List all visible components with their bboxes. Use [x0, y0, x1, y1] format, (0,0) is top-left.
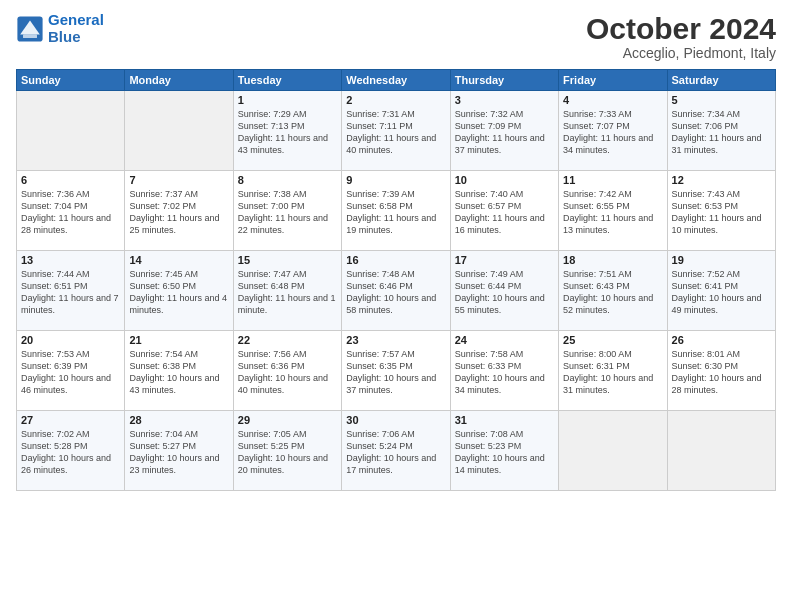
table-cell: 7Sunrise: 7:37 AMSunset: 7:02 PMDaylight…: [125, 171, 233, 251]
calendar-subtitle: Acceglio, Piedmont, Italy: [586, 45, 776, 61]
table-cell: 29Sunrise: 7:05 AMSunset: 5:25 PMDayligh…: [233, 411, 341, 491]
day-number: 28: [129, 414, 228, 426]
day-info: Sunrise: 7:57 AMSunset: 6:35 PMDaylight:…: [346, 348, 445, 397]
week-row-5: 27Sunrise: 7:02 AMSunset: 5:28 PMDayligh…: [17, 411, 776, 491]
table-cell: [667, 411, 775, 491]
day-number: 31: [455, 414, 554, 426]
week-row-2: 6Sunrise: 7:36 AMSunset: 7:04 PMDaylight…: [17, 171, 776, 251]
col-sun: Sunday: [17, 70, 125, 91]
day-number: 6: [21, 174, 120, 186]
day-info: Sunrise: 7:42 AMSunset: 6:55 PMDaylight:…: [563, 188, 662, 237]
day-info: Sunrise: 7:48 AMSunset: 6:46 PMDaylight:…: [346, 268, 445, 317]
day-info: Sunrise: 7:40 AMSunset: 6:57 PMDaylight:…: [455, 188, 554, 237]
day-number: 21: [129, 334, 228, 346]
day-info: Sunrise: 7:36 AMSunset: 7:04 PMDaylight:…: [21, 188, 120, 237]
week-row-4: 20Sunrise: 7:53 AMSunset: 6:39 PMDayligh…: [17, 331, 776, 411]
day-info: Sunrise: 7:52 AMSunset: 6:41 PMDaylight:…: [672, 268, 771, 317]
table-cell: 22Sunrise: 7:56 AMSunset: 6:36 PMDayligh…: [233, 331, 341, 411]
day-number: 15: [238, 254, 337, 266]
day-info: Sunrise: 8:00 AMSunset: 6:31 PMDaylight:…: [563, 348, 662, 397]
day-info: Sunrise: 7:56 AMSunset: 6:36 PMDaylight:…: [238, 348, 337, 397]
day-info: Sunrise: 7:04 AMSunset: 5:27 PMDaylight:…: [129, 428, 228, 477]
table-cell: 8Sunrise: 7:38 AMSunset: 7:00 PMDaylight…: [233, 171, 341, 251]
day-info: Sunrise: 7:58 AMSunset: 6:33 PMDaylight:…: [455, 348, 554, 397]
day-number: 1: [238, 94, 337, 106]
table-cell: 4Sunrise: 7:33 AMSunset: 7:07 PMDaylight…: [559, 91, 667, 171]
header: General Blue October 2024 Acceglio, Pied…: [16, 12, 776, 61]
day-info: Sunrise: 7:05 AMSunset: 5:25 PMDaylight:…: [238, 428, 337, 477]
day-info: Sunrise: 7:39 AMSunset: 6:58 PMDaylight:…: [346, 188, 445, 237]
table-cell: 11Sunrise: 7:42 AMSunset: 6:55 PMDayligh…: [559, 171, 667, 251]
day-number: 24: [455, 334, 554, 346]
table-cell: 17Sunrise: 7:49 AMSunset: 6:44 PMDayligh…: [450, 251, 558, 331]
day-number: 12: [672, 174, 771, 186]
day-info: Sunrise: 7:37 AMSunset: 7:02 PMDaylight:…: [129, 188, 228, 237]
col-mon: Monday: [125, 70, 233, 91]
table-cell: 15Sunrise: 7:47 AMSunset: 6:48 PMDayligh…: [233, 251, 341, 331]
day-number: 3: [455, 94, 554, 106]
table-cell: 13Sunrise: 7:44 AMSunset: 6:51 PMDayligh…: [17, 251, 125, 331]
table-cell: 6Sunrise: 7:36 AMSunset: 7:04 PMDaylight…: [17, 171, 125, 251]
day-number: 22: [238, 334, 337, 346]
day-number: 19: [672, 254, 771, 266]
table-cell: 2Sunrise: 7:31 AMSunset: 7:11 PMDaylight…: [342, 91, 450, 171]
table-cell: 28Sunrise: 7:04 AMSunset: 5:27 PMDayligh…: [125, 411, 233, 491]
day-info: Sunrise: 7:33 AMSunset: 7:07 PMDaylight:…: [563, 108, 662, 157]
calendar-table: Sunday Monday Tuesday Wednesday Thursday…: [16, 69, 776, 491]
table-cell: 25Sunrise: 8:00 AMSunset: 6:31 PMDayligh…: [559, 331, 667, 411]
day-number: 4: [563, 94, 662, 106]
day-number: 11: [563, 174, 662, 186]
day-number: 5: [672, 94, 771, 106]
day-info: Sunrise: 7:32 AMSunset: 7:09 PMDaylight:…: [455, 108, 554, 157]
day-number: 29: [238, 414, 337, 426]
day-info: Sunrise: 8:01 AMSunset: 6:30 PMDaylight:…: [672, 348, 771, 397]
header-row: Sunday Monday Tuesday Wednesday Thursday…: [17, 70, 776, 91]
table-cell: 10Sunrise: 7:40 AMSunset: 6:57 PMDayligh…: [450, 171, 558, 251]
table-cell: 20Sunrise: 7:53 AMSunset: 6:39 PMDayligh…: [17, 331, 125, 411]
day-number: 25: [563, 334, 662, 346]
svg-rect-2: [23, 34, 37, 38]
day-info: Sunrise: 7:47 AMSunset: 6:48 PMDaylight:…: [238, 268, 337, 317]
table-cell: 14Sunrise: 7:45 AMSunset: 6:50 PMDayligh…: [125, 251, 233, 331]
calendar-title: October 2024: [586, 12, 776, 45]
table-cell: 21Sunrise: 7:54 AMSunset: 6:38 PMDayligh…: [125, 331, 233, 411]
day-number: 26: [672, 334, 771, 346]
day-number: 7: [129, 174, 228, 186]
day-info: Sunrise: 7:45 AMSunset: 6:50 PMDaylight:…: [129, 268, 228, 317]
table-cell: 5Sunrise: 7:34 AMSunset: 7:06 PMDaylight…: [667, 91, 775, 171]
day-info: Sunrise: 7:31 AMSunset: 7:11 PMDaylight:…: [346, 108, 445, 157]
day-number: 10: [455, 174, 554, 186]
logo-line1: General: [48, 11, 104, 28]
title-block: October 2024 Acceglio, Piedmont, Italy: [586, 12, 776, 61]
col-fri: Friday: [559, 70, 667, 91]
day-number: 17: [455, 254, 554, 266]
calendar-page: General Blue October 2024 Acceglio, Pied…: [0, 0, 792, 612]
week-row-1: 1Sunrise: 7:29 AMSunset: 7:13 PMDaylight…: [17, 91, 776, 171]
logo: General Blue: [16, 12, 104, 45]
day-number: 20: [21, 334, 120, 346]
day-number: 27: [21, 414, 120, 426]
table-cell: 3Sunrise: 7:32 AMSunset: 7:09 PMDaylight…: [450, 91, 558, 171]
day-info: Sunrise: 7:53 AMSunset: 6:39 PMDaylight:…: [21, 348, 120, 397]
week-row-3: 13Sunrise: 7:44 AMSunset: 6:51 PMDayligh…: [17, 251, 776, 331]
col-tue: Tuesday: [233, 70, 341, 91]
day-number: 9: [346, 174, 445, 186]
col-sat: Saturday: [667, 70, 775, 91]
table-cell: [125, 91, 233, 171]
day-info: Sunrise: 7:34 AMSunset: 7:06 PMDaylight:…: [672, 108, 771, 157]
table-cell: 9Sunrise: 7:39 AMSunset: 6:58 PMDaylight…: [342, 171, 450, 251]
table-cell: [559, 411, 667, 491]
logo-icon: [16, 15, 44, 43]
table-cell: 12Sunrise: 7:43 AMSunset: 6:53 PMDayligh…: [667, 171, 775, 251]
day-info: Sunrise: 7:43 AMSunset: 6:53 PMDaylight:…: [672, 188, 771, 237]
logo-line2: Blue: [48, 28, 81, 45]
day-number: 14: [129, 254, 228, 266]
table-cell: 23Sunrise: 7:57 AMSunset: 6:35 PMDayligh…: [342, 331, 450, 411]
day-info: Sunrise: 7:44 AMSunset: 6:51 PMDaylight:…: [21, 268, 120, 317]
table-cell: 30Sunrise: 7:06 AMSunset: 5:24 PMDayligh…: [342, 411, 450, 491]
day-number: 2: [346, 94, 445, 106]
day-info: Sunrise: 7:02 AMSunset: 5:28 PMDaylight:…: [21, 428, 120, 477]
col-wed: Wednesday: [342, 70, 450, 91]
day-number: 30: [346, 414, 445, 426]
table-cell: 31Sunrise: 7:08 AMSunset: 5:23 PMDayligh…: [450, 411, 558, 491]
